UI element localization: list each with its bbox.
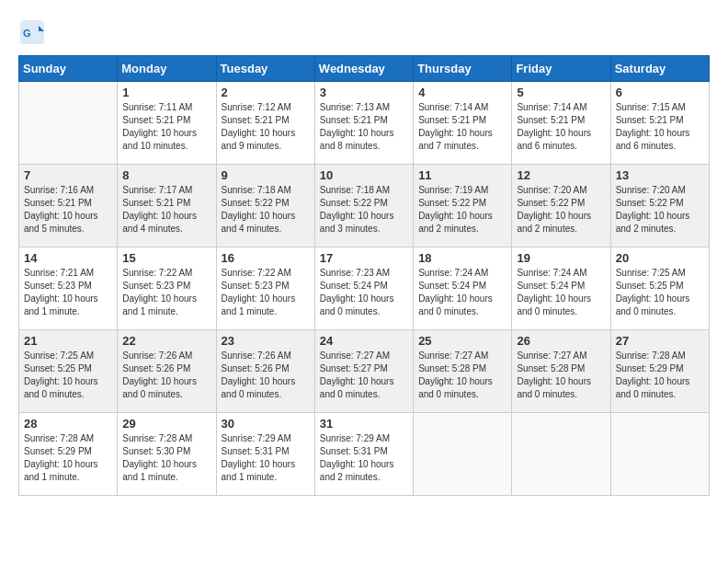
calendar-day-cell bbox=[19, 82, 118, 165]
calendar-week-row: 21Sunrise: 7:25 AMSunset: 5:25 PMDayligh… bbox=[19, 330, 710, 413]
day-number: 26 bbox=[517, 334, 605, 348]
calendar-day-cell bbox=[414, 413, 512, 496]
day-number: 17 bbox=[320, 251, 408, 265]
calendar-day-cell: 23Sunrise: 7:26 AMSunset: 5:26 PMDayligh… bbox=[216, 330, 314, 413]
calendar-day-cell: 17Sunrise: 7:23 AMSunset: 5:24 PMDayligh… bbox=[314, 247, 413, 330]
day-number: 1 bbox=[122, 86, 210, 99]
day-number: 16 bbox=[222, 251, 310, 265]
calendar-day-cell: 12Sunrise: 7:20 AMSunset: 5:22 PMDayligh… bbox=[512, 165, 610, 247]
svg-text:G: G bbox=[23, 28, 31, 39]
calendar-day-cell: 10Sunrise: 7:18 AMSunset: 5:22 PMDayligh… bbox=[314, 165, 413, 247]
page-header: G bbox=[18, 18, 710, 46]
day-info: Sunrise: 7:11 AMSunset: 5:21 PMDaylight:… bbox=[122, 101, 210, 153]
day-info: Sunrise: 7:22 AMSunset: 5:23 PMDaylight:… bbox=[222, 267, 310, 318]
day-info: Sunrise: 7:28 AMSunset: 5:29 PMDaylight:… bbox=[24, 432, 112, 484]
day-number: 8 bbox=[122, 168, 210, 182]
day-number: 19 bbox=[517, 251, 605, 265]
calendar-day-cell bbox=[610, 413, 709, 496]
calendar-week-row: 1Sunrise: 7:11 AMSunset: 5:21 PMDaylight… bbox=[19, 82, 710, 165]
day-info: Sunrise: 7:27 AMSunset: 5:28 PMDaylight:… bbox=[418, 350, 506, 401]
day-number: 23 bbox=[222, 334, 310, 348]
calendar-day-cell: 15Sunrise: 7:22 AMSunset: 5:23 PMDayligh… bbox=[118, 247, 216, 330]
day-info: Sunrise: 7:26 AMSunset: 5:26 PMDaylight:… bbox=[222, 350, 310, 401]
day-info: Sunrise: 7:19 AMSunset: 5:22 PMDaylight:… bbox=[418, 184, 506, 236]
day-info: Sunrise: 7:28 AMSunset: 5:29 PMDaylight:… bbox=[616, 350, 704, 401]
day-info: Sunrise: 7:18 AMSunset: 5:22 PMDaylight:… bbox=[222, 184, 310, 236]
day-number: 9 bbox=[222, 168, 310, 182]
day-number: 25 bbox=[418, 334, 506, 348]
calendar-day-cell: 21Sunrise: 7:25 AMSunset: 5:25 PMDayligh… bbox=[19, 330, 118, 413]
day-info: Sunrise: 7:17 AMSunset: 5:21 PMDaylight:… bbox=[122, 184, 210, 236]
day-number: 13 bbox=[616, 168, 704, 182]
calendar-day-cell: 22Sunrise: 7:26 AMSunset: 5:26 PMDayligh… bbox=[118, 330, 216, 413]
day-info: Sunrise: 7:26 AMSunset: 5:26 PMDaylight:… bbox=[122, 350, 210, 401]
day-number: 6 bbox=[616, 86, 704, 99]
calendar-day-cell: 31Sunrise: 7:29 AMSunset: 5:31 PMDayligh… bbox=[314, 413, 413, 496]
day-info: Sunrise: 7:18 AMSunset: 5:22 PMDaylight:… bbox=[320, 184, 408, 236]
calendar-day-cell: 13Sunrise: 7:20 AMSunset: 5:22 PMDayligh… bbox=[610, 165, 709, 247]
calendar-day-cell: 30Sunrise: 7:29 AMSunset: 5:31 PMDayligh… bbox=[216, 413, 314, 496]
day-number: 27 bbox=[616, 334, 704, 348]
day-info: Sunrise: 7:25 AMSunset: 5:25 PMDaylight:… bbox=[616, 267, 704, 318]
weekday-header-row: SundayMondayTuesdayWednesdayThursdayFrid… bbox=[19, 56, 710, 82]
day-info: Sunrise: 7:22 AMSunset: 5:23 PMDaylight:… bbox=[122, 267, 210, 318]
day-info: Sunrise: 7:15 AMSunset: 5:21 PMDaylight:… bbox=[616, 101, 704, 153]
day-number: 2 bbox=[222, 86, 310, 99]
day-info: Sunrise: 7:27 AMSunset: 5:27 PMDaylight:… bbox=[320, 350, 408, 401]
calendar-day-cell: 24Sunrise: 7:27 AMSunset: 5:27 PMDayligh… bbox=[314, 330, 413, 413]
calendar-week-row: 28Sunrise: 7:28 AMSunset: 5:29 PMDayligh… bbox=[19, 413, 710, 496]
day-info: Sunrise: 7:14 AMSunset: 5:21 PMDaylight:… bbox=[418, 101, 506, 153]
day-number: 3 bbox=[320, 86, 408, 99]
calendar-week-row: 14Sunrise: 7:21 AMSunset: 5:23 PMDayligh… bbox=[19, 247, 710, 330]
weekday-header-sunday: Sunday bbox=[19, 56, 118, 82]
day-number: 10 bbox=[320, 168, 408, 182]
day-number: 18 bbox=[418, 251, 506, 265]
day-number: 4 bbox=[418, 86, 506, 99]
calendar-day-cell bbox=[512, 413, 610, 496]
day-number: 31 bbox=[320, 417, 408, 431]
day-info: Sunrise: 7:28 AMSunset: 5:30 PMDaylight:… bbox=[122, 432, 210, 484]
day-info: Sunrise: 7:24 AMSunset: 5:24 PMDaylight:… bbox=[517, 267, 605, 318]
calendar-day-cell: 14Sunrise: 7:21 AMSunset: 5:23 PMDayligh… bbox=[19, 247, 118, 330]
day-info: Sunrise: 7:23 AMSunset: 5:24 PMDaylight:… bbox=[320, 267, 408, 318]
day-info: Sunrise: 7:29 AMSunset: 5:31 PMDaylight:… bbox=[222, 432, 310, 484]
day-info: Sunrise: 7:21 AMSunset: 5:23 PMDaylight:… bbox=[24, 267, 112, 318]
day-number: 12 bbox=[517, 168, 605, 182]
calendar-week-row: 7Sunrise: 7:16 AMSunset: 5:21 PMDaylight… bbox=[19, 165, 710, 247]
day-info: Sunrise: 7:12 AMSunset: 5:21 PMDaylight:… bbox=[222, 101, 310, 153]
day-info: Sunrise: 7:25 AMSunset: 5:25 PMDaylight:… bbox=[24, 350, 112, 401]
calendar-day-cell: 19Sunrise: 7:24 AMSunset: 5:24 PMDayligh… bbox=[512, 247, 610, 330]
day-info: Sunrise: 7:14 AMSunset: 5:21 PMDaylight:… bbox=[517, 101, 605, 153]
calendar-day-cell: 11Sunrise: 7:19 AMSunset: 5:22 PMDayligh… bbox=[414, 165, 512, 247]
calendar-day-cell: 8Sunrise: 7:17 AMSunset: 5:21 PMDaylight… bbox=[118, 165, 216, 247]
logo: G bbox=[18, 18, 50, 46]
calendar-day-cell: 29Sunrise: 7:28 AMSunset: 5:30 PMDayligh… bbox=[118, 413, 216, 496]
day-number: 7 bbox=[24, 168, 112, 182]
calendar-day-cell: 16Sunrise: 7:22 AMSunset: 5:23 PMDayligh… bbox=[216, 247, 314, 330]
day-number: 29 bbox=[122, 417, 210, 431]
day-info: Sunrise: 7:13 AMSunset: 5:21 PMDaylight:… bbox=[320, 101, 408, 153]
calendar-day-cell: 6Sunrise: 7:15 AMSunset: 5:21 PMDaylight… bbox=[610, 82, 709, 165]
day-number: 5 bbox=[517, 86, 605, 99]
weekday-header-thursday: Thursday bbox=[414, 56, 512, 82]
weekday-header-tuesday: Tuesday bbox=[216, 56, 314, 82]
calendar-day-cell: 1Sunrise: 7:11 AMSunset: 5:21 PMDaylight… bbox=[118, 82, 216, 165]
day-number: 24 bbox=[320, 334, 408, 348]
day-number: 15 bbox=[122, 251, 210, 265]
day-number: 21 bbox=[24, 334, 112, 348]
calendar-day-cell: 9Sunrise: 7:18 AMSunset: 5:22 PMDaylight… bbox=[216, 165, 314, 247]
day-info: Sunrise: 7:20 AMSunset: 5:22 PMDaylight:… bbox=[616, 184, 704, 236]
calendar-table: SundayMondayTuesdayWednesdayThursdayFrid… bbox=[18, 55, 710, 496]
day-info: Sunrise: 7:16 AMSunset: 5:21 PMDaylight:… bbox=[24, 184, 112, 236]
calendar-day-cell: 2Sunrise: 7:12 AMSunset: 5:21 PMDaylight… bbox=[216, 82, 314, 165]
day-info: Sunrise: 7:24 AMSunset: 5:24 PMDaylight:… bbox=[418, 267, 506, 318]
day-info: Sunrise: 7:29 AMSunset: 5:31 PMDaylight:… bbox=[320, 432, 408, 484]
calendar-day-cell: 20Sunrise: 7:25 AMSunset: 5:25 PMDayligh… bbox=[610, 247, 709, 330]
calendar-day-cell: 18Sunrise: 7:24 AMSunset: 5:24 PMDayligh… bbox=[414, 247, 512, 330]
calendar-day-cell: 4Sunrise: 7:14 AMSunset: 5:21 PMDaylight… bbox=[414, 82, 512, 165]
calendar-day-cell: 5Sunrise: 7:14 AMSunset: 5:21 PMDaylight… bbox=[512, 82, 610, 165]
calendar-day-cell: 28Sunrise: 7:28 AMSunset: 5:29 PMDayligh… bbox=[19, 413, 118, 496]
calendar-day-cell: 26Sunrise: 7:27 AMSunset: 5:28 PMDayligh… bbox=[512, 330, 610, 413]
day-number: 14 bbox=[24, 251, 112, 265]
day-number: 30 bbox=[222, 417, 310, 431]
